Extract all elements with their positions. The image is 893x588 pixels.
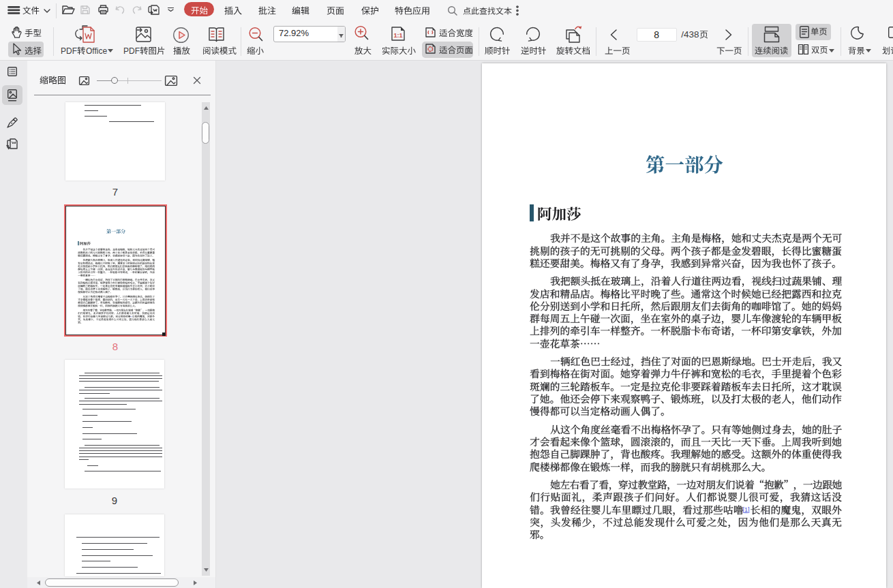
- svg-text:1:1: 1:1: [393, 31, 402, 38]
